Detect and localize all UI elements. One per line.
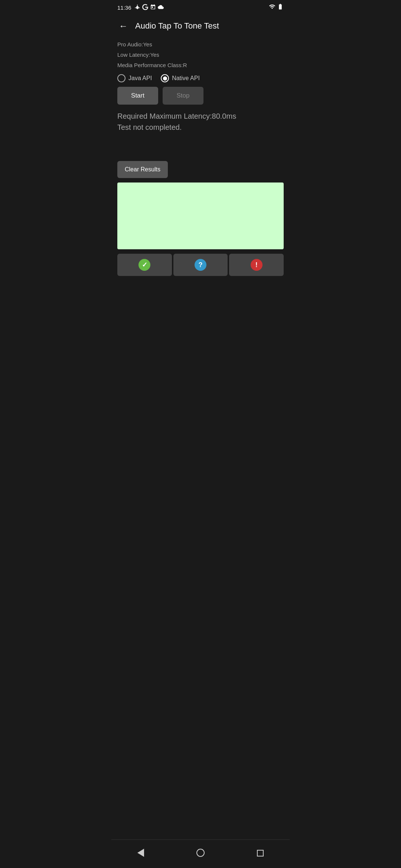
java-api-radio[interactable] bbox=[117, 74, 125, 82]
check-icon: ✓ bbox=[138, 259, 150, 271]
nav-bar bbox=[111, 839, 290, 868]
java-api-label: Java API bbox=[128, 75, 152, 82]
result-line1: Required Maximum Latency:80.0ms bbox=[117, 111, 284, 122]
unknown-button[interactable]: ? bbox=[173, 254, 228, 276]
action-buttons: Start Stop bbox=[117, 87, 284, 105]
native-api-label: Native API bbox=[172, 75, 200, 82]
nav-back-button[interactable] bbox=[130, 846, 151, 862]
stop-button[interactable]: Stop bbox=[163, 87, 203, 105]
page-title: Audio Tap To Tone Test bbox=[135, 21, 219, 31]
nav-back-icon bbox=[137, 849, 144, 857]
api-radio-group: Java API Native API bbox=[117, 74, 284, 82]
waveform-display bbox=[117, 183, 284, 249]
status-icons bbox=[134, 4, 164, 11]
fail-button[interactable]: ! bbox=[229, 254, 284, 276]
question-icon: ? bbox=[195, 259, 206, 271]
pass-button[interactable]: ✓ bbox=[117, 254, 172, 276]
calendar-icon bbox=[150, 4, 156, 11]
clear-results-button[interactable]: Clear Results bbox=[117, 161, 168, 178]
native-api-radio[interactable] bbox=[161, 74, 169, 82]
result-line2: Test not completed. bbox=[117, 122, 284, 133]
result-display: Required Maximum Latency:80.0ms Test not… bbox=[117, 111, 284, 133]
media-perf-info: Media Performance Class:R bbox=[117, 61, 284, 70]
pro-audio-info: Pro Audio:Yes bbox=[117, 40, 284, 49]
info-lines: Pro Audio:Yes Low Latency:Yes Media Perf… bbox=[117, 40, 284, 70]
wifi-icon bbox=[269, 3, 276, 11]
low-latency-info: Low Latency:Yes bbox=[117, 50, 284, 59]
status-bar-left: 11:36 bbox=[117, 4, 164, 11]
nav-home-button[interactable] bbox=[189, 846, 212, 862]
start-button[interactable]: Start bbox=[117, 87, 158, 105]
java-api-option[interactable]: Java API bbox=[117, 74, 152, 82]
battery-icon bbox=[277, 3, 284, 11]
cloud-icon bbox=[158, 4, 164, 11]
fan-icon bbox=[134, 4, 140, 11]
status-buttons: ✓ ? ! bbox=[117, 254, 284, 276]
nav-home-icon bbox=[196, 849, 205, 857]
nav-recent-button[interactable] bbox=[250, 846, 271, 862]
content-area: Pro Audio:Yes Low Latency:Yes Media Perf… bbox=[111, 37, 290, 561]
nav-recent-icon bbox=[257, 850, 264, 857]
toolbar: ← Audio Tap To Tone Test bbox=[111, 15, 290, 37]
status-bar: 11:36 bbox=[111, 0, 290, 15]
google-icon bbox=[142, 4, 148, 11]
status-time: 11:36 bbox=[117, 4, 131, 11]
back-button[interactable]: ← bbox=[117, 19, 129, 33]
exclamation-icon: ! bbox=[251, 259, 263, 271]
native-api-option[interactable]: Native API bbox=[161, 74, 200, 82]
status-bar-right bbox=[269, 3, 284, 11]
